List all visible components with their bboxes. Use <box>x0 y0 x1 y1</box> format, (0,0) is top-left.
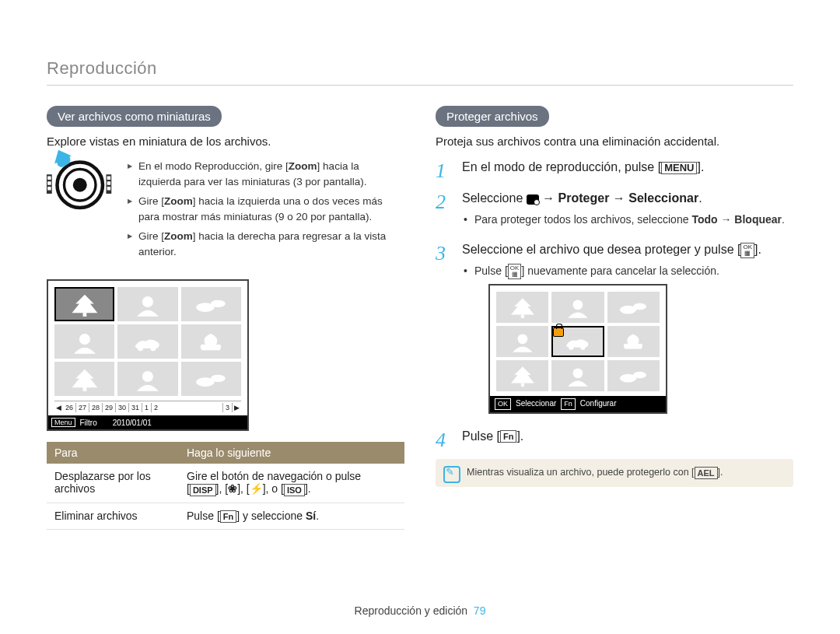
svg-point-19 <box>142 371 153 382</box>
svg-point-25 <box>633 303 646 310</box>
steps-list: En el modo de reproducción, pulse [MENU]… <box>436 159 793 445</box>
thumb <box>181 324 241 359</box>
svg-rect-2 <box>47 181 51 185</box>
film-seg: 1 <box>142 403 152 412</box>
svg-rect-10 <box>107 187 111 191</box>
thumb <box>496 326 548 357</box>
bullet-1: En el modo Reproducción, gire [Zoom] hac… <box>128 159 404 189</box>
macro-icon: ❀ <box>228 482 237 495</box>
thumb-protected-selected <box>551 326 604 357</box>
film-seg: 30 <box>116 403 129 412</box>
svg-point-17 <box>151 345 156 351</box>
next-icon: ▶ <box>233 404 241 412</box>
svg-rect-11 <box>82 313 86 317</box>
screen-status-bar: Menu Filtro 2010/01/01 <box>48 415 247 429</box>
thumb <box>551 292 604 323</box>
svg-rect-29 <box>521 384 524 387</box>
disp-key-icon: DISP <box>190 484 216 496</box>
svg-point-26 <box>517 334 527 344</box>
zoom-bullets: En el modo Reproducción, gire [Zoom] hac… <box>128 159 404 264</box>
thumb <box>607 326 660 357</box>
step-1: En el modo de reproducción, pulse [MENU]… <box>436 159 793 176</box>
cell-howto: Pulse [Fn] y seleccione Sí. <box>179 503 404 529</box>
cell-action: Eliminar archivos <box>47 503 179 529</box>
thumb <box>496 360 548 391</box>
thumb <box>54 324 114 359</box>
film-seg: 26 <box>63 403 76 412</box>
thumbnail-grid <box>54 287 241 396</box>
menu-key-icon: MENU <box>661 162 697 174</box>
status-filter: Filtro <box>80 419 97 427</box>
step-4: Pulse [Fn]. <box>436 428 793 445</box>
thumb <box>607 292 660 323</box>
film-seg: 29 <box>103 403 116 412</box>
ok-key-icon: OK▦ <box>508 264 522 279</box>
dial-icon <box>47 159 117 212</box>
film-seg: 3 <box>223 403 233 412</box>
table-row: Eliminar archivos Pulse [Fn] y seleccion… <box>47 503 404 529</box>
zoom-dial-illustration <box>47 159 117 212</box>
film-seg: 2 <box>152 403 223 412</box>
status-select: Seleccionar <box>516 398 556 410</box>
svg-point-27 <box>569 345 573 349</box>
thumb <box>551 360 604 391</box>
prev-icon: ◀ <box>54 404 63 412</box>
ok-key-icon: OK▦ <box>740 243 754 258</box>
step-2: Seleccione → Proteger → Seleccionar. Par… <box>436 190 793 227</box>
page-number: 79 <box>474 604 486 617</box>
intro-thumbnails: Explore vistas en miniatura de los archi… <box>47 135 404 148</box>
flash-icon: ⚡ <box>250 482 263 495</box>
svg-rect-8 <box>107 177 111 180</box>
svg-point-6 <box>73 178 87 192</box>
svg-rect-18 <box>82 387 86 391</box>
svg-rect-3 <box>47 187 51 191</box>
svg-rect-9 <box>107 181 111 185</box>
protect-screen: OK Seleccionar Fn Configurar <box>488 284 667 414</box>
svg-rect-1 <box>47 177 51 180</box>
fn-key-icon: Fn <box>220 510 236 523</box>
film-seg: 28 <box>89 403 103 412</box>
left-column: Ver archivos como miniaturas Explore vis… <box>47 106 404 530</box>
thumbnail-screen: ◀ 26 27 28 29 30 31 1 2 3 ▶ Menu Filtro … <box>47 279 249 431</box>
svg-point-28 <box>580 345 585 349</box>
protect-status-bar: OK Seleccionar Fn Configurar <box>490 396 666 412</box>
thumb-selected <box>54 287 114 321</box>
iso-key-icon: ISO <box>284 484 305 496</box>
rotate-arrow-icon <box>50 146 72 164</box>
filmstrip: ◀ 26 27 28 29 30 31 1 2 3 ▶ <box>54 401 241 412</box>
content-columns: Ver archivos como miniaturas Explore vis… <box>47 106 793 530</box>
status-date: 2010/01/01 <box>113 419 152 427</box>
svg-point-32 <box>633 372 646 379</box>
cell-action: Desplazarse por los archivos <box>47 464 179 503</box>
bullet-2: Gire [Zoom] hacia la izquierda una o dos… <box>128 194 404 224</box>
thumb <box>54 362 114 396</box>
svg-point-15 <box>79 334 90 345</box>
svg-point-12 <box>142 296 153 307</box>
thumb <box>496 292 548 323</box>
thumb <box>181 287 241 321</box>
step-2-sub: Para proteger todos los archivos, selecc… <box>462 212 793 228</box>
status-configure: Configurar <box>580 398 617 410</box>
thumb <box>117 324 177 359</box>
table-row: Desplazarse por los archivos Gire el bot… <box>47 464 404 503</box>
menu-icon: Menu <box>51 418 75 427</box>
step-3-sub: Pulse [OK▦] nuevamente para cancelar la … <box>462 264 793 279</box>
svg-point-23 <box>573 299 583 310</box>
fn-icon: Fn <box>561 398 576 410</box>
svg-point-21 <box>211 375 226 382</box>
ok-icon: OK <box>495 398 511 410</box>
th-do: Haga lo siguiente <box>179 442 404 464</box>
section-pill-protect: Proteger archivos <box>436 106 549 127</box>
note-box: Mientras visualiza un archivo, puede pro… <box>436 459 793 487</box>
fn-key-icon: Fn <box>500 430 516 443</box>
thumb <box>117 287 177 321</box>
film-seg: 31 <box>129 403 142 412</box>
zoom-instructions: En el modo Reproducción, gire [Zoom] hac… <box>47 159 404 264</box>
step-3: Seleccione el archivo que desea proteger… <box>436 241 793 413</box>
svg-point-30 <box>573 368 583 378</box>
thumb <box>181 362 241 396</box>
svg-point-16 <box>138 345 143 351</box>
page-header: Reproducción <box>47 58 793 86</box>
film-seg: 27 <box>76 403 89 412</box>
svg-point-14 <box>211 300 226 307</box>
